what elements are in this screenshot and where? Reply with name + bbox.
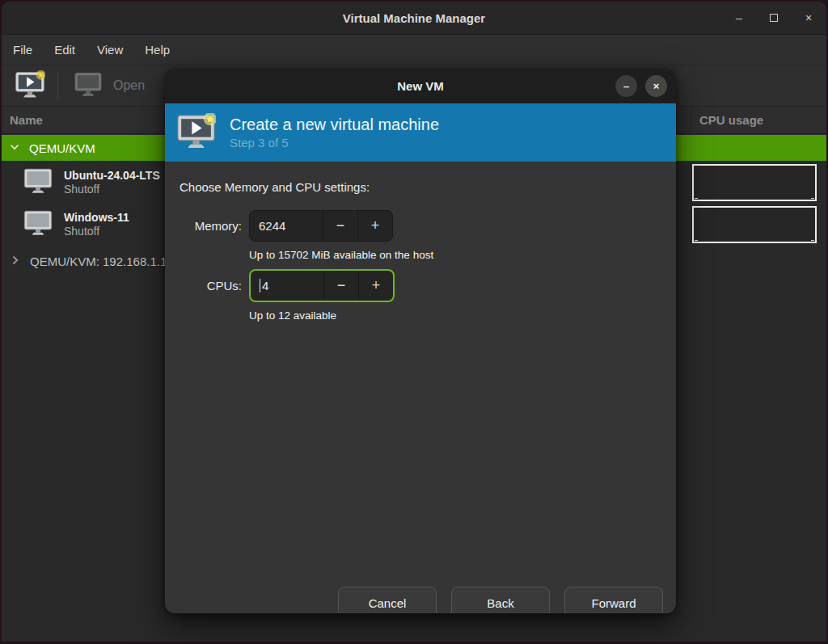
back-button[interactable]: Back [451, 587, 550, 613]
cpus-label: CPUs: [180, 279, 242, 293]
dialog-minimize-icon[interactable]: – [615, 75, 637, 97]
chevron-down-icon [9, 141, 20, 155]
column-header-cpu-usage[interactable]: CPU usage [691, 107, 826, 133]
close-icon[interactable]: × [802, 11, 815, 24]
memory-decrement-button[interactable]: − [323, 211, 357, 241]
open-button[interactable]: Open [74, 71, 145, 100]
dialog-close-icon[interactable]: × [645, 75, 667, 97]
cpus-spinbox: 4 − + [249, 269, 395, 302]
new-vm-icon [15, 70, 45, 102]
new-vm-dialog: New VM – × Create a new virtual mac [165, 69, 676, 613]
new-vm-button[interactable] [15, 70, 45, 102]
menu-edit[interactable]: Edit [54, 43, 75, 57]
vm-state: Shutoff [64, 225, 129, 238]
vm-monitor-icon [23, 209, 53, 239]
maximize-icon[interactable] [767, 11, 780, 24]
memory-increment-button[interactable]: + [357, 211, 392, 241]
dialog-body: Choose Memory and CPU settings: Memory: … [165, 180, 676, 613]
cancel-button[interactable]: Cancel [338, 587, 437, 613]
minimize-icon[interactable]: – [733, 11, 746, 24]
menubar: File Edit View Help [2, 34, 826, 65]
cpus-hint: Up to 12 available [249, 309, 676, 322]
chevron-right-icon [10, 255, 21, 268]
dialog-titlebar[interactable]: New VM – × [165, 69, 676, 103]
vmm-window: Virtual Machine Manager – × File Edit Vi… [2, 2, 826, 642]
cpu-usage-sparkline [692, 164, 817, 201]
banner-title: Create a new virtual machine [230, 114, 439, 135]
forward-button[interactable]: Forward [564, 587, 663, 613]
settings-prompt: Choose Memory and CPU settings: [180, 180, 676, 194]
dialog-banner: Create a new virtual machine Step 3 of 5 [165, 103, 676, 162]
cpus-increment-button[interactable]: + [358, 271, 393, 301]
menu-view[interactable]: View [97, 43, 123, 57]
menu-file[interactable]: File [13, 43, 32, 57]
window-title: Virtual Machine Manager [343, 11, 485, 25]
new-vm-banner-icon [176, 113, 216, 153]
text-caret [260, 279, 260, 293]
menu-help[interactable]: Help [145, 43, 170, 57]
connection-label: QEMU/KVM [29, 141, 95, 155]
memory-label: Memory: [180, 219, 242, 233]
dialog-footer: Cancel Back Forward [338, 587, 663, 613]
open-vm-icon [74, 71, 103, 100]
window-titlebar[interactable]: Virtual Machine Manager – × [2, 2, 826, 34]
vm-state: Shutoff [64, 183, 160, 196]
window-controls: – × [733, 2, 815, 34]
memory-hint: Up to 15702 MiB available on the host [249, 249, 676, 261]
vm-name: Windows-11 [64, 210, 129, 225]
memory-spinbox: 6244 − + [249, 210, 393, 242]
vm-name: Ubuntu-24.04-LTS [64, 168, 160, 183]
vm-monitor-icon [23, 167, 53, 197]
open-button-label: Open [113, 78, 145, 93]
toolbar-separator [57, 72, 58, 99]
cpus-input[interactable]: 4 [251, 271, 323, 301]
remote-connection-label: QEMU/KVM: 192.168.1.17 [30, 255, 174, 268]
memory-input[interactable]: 6244 [250, 211, 323, 241]
dialog-controls: – × [615, 75, 667, 97]
banner-step: Step 3 of 5 [230, 135, 439, 151]
cpus-decrement-button[interactable]: − [323, 271, 358, 301]
cpu-usage-sparkline [692, 206, 817, 243]
dialog-title: New VM [397, 79, 444, 93]
